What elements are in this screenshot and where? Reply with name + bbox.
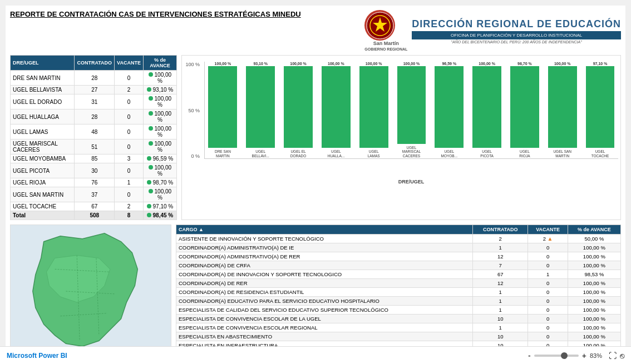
cargo-table-row: ASISTENTE DE INNOVACIÓN Y SOPORTE TECNOL… xyxy=(176,235,621,243)
th-cargo-avance: % de AVANCE xyxy=(568,225,620,235)
san-martin-label: San Martín GOBIERNO REGIONAL xyxy=(364,41,407,52)
cargo-table-container: CARGO ▲ CONTRATADO VACANTE % de AVANCE A… xyxy=(176,225,621,364)
th-contratado: CONTRATADO xyxy=(75,56,115,71)
dre-vacante: 2 xyxy=(115,86,144,94)
bar-bottom-label: UGEL TOCACHE xyxy=(591,149,609,158)
cargo-table-row: ESPECIALISTA DE CONVIVENCIA ESCOLAR REGI… xyxy=(176,323,621,332)
bar-top-label: 100,00 % xyxy=(479,62,495,66)
dre-contratado: 85 xyxy=(75,154,115,163)
bar-fill xyxy=(548,66,577,148)
dre-avance: 98,70 % xyxy=(143,178,176,187)
bar-group: 100,00 % UGEL HUALLA... xyxy=(318,62,354,158)
san-martin-text: San Martín xyxy=(373,41,399,46)
dre-vacante: 0 xyxy=(115,109,144,124)
cargo-avance: 100,00 % xyxy=(568,279,620,288)
bar-top-label: 100,00 % xyxy=(554,62,571,66)
cargo-name: COORDINADOR(A) DE RESIDENCIA ESTUDIANTIL xyxy=(176,288,473,297)
dre-avance: 97,10 % xyxy=(143,202,176,211)
cargo-name: COORDINADOR(A) ADMINISTRATIVO(A) DE RER xyxy=(176,252,473,261)
dre-contratado: 67 xyxy=(75,202,115,211)
bars-area: 100,00 % DRE SAN MARTIN 93,10 % UGEL BEL… xyxy=(204,62,618,159)
bar-top-label: 96,59 % xyxy=(442,62,456,66)
zoom-plus[interactable]: + xyxy=(582,351,586,360)
map-svg xyxy=(11,225,171,363)
dre-table-row: UGEL SAN MARTIN 37 0 100,00 % xyxy=(11,187,177,202)
cargo-vacante: 0 xyxy=(528,332,568,341)
dre-avance: 100,00 % xyxy=(143,109,176,124)
bar-chart: 100 % 50 % 0 % 100,00 % DRE SAN MARTIN 9… xyxy=(184,59,618,187)
zoom-control: - + 83% ⛶ ⎋ xyxy=(528,351,624,360)
cargo-name: ASISTENTE DE INNOVACIÓN Y SOPORTE TECNOL… xyxy=(176,235,473,243)
cargo-table-row: ESPECIALISTA DE CALIDAD DEL SERVICIO EDU… xyxy=(176,306,621,315)
fullscreen-icon[interactable]: ⛶ xyxy=(609,351,617,360)
header-section: REPORTE DE CONTRATACIÓN CAS DE INTERVENC… xyxy=(10,10,621,52)
bar-bottom-label: UGEL MARISCAL CACERES xyxy=(402,146,421,158)
dre-table-row: UGEL MOYOBAMBA 85 3 96,59 % xyxy=(11,154,177,163)
cargo-contratado: 7 xyxy=(473,261,528,270)
cargo-name: COORDINADOR(A) ADMINISTRATIVO(A) DE IE xyxy=(176,243,473,252)
bar-fill xyxy=(510,66,539,148)
th-vacante: VACANTE xyxy=(115,56,144,71)
bar-bottom-label: UGEL LAMAS xyxy=(368,149,380,158)
main-container: REPORTE DE CONTRATACIÓN CAS DE INTERVENC… xyxy=(6,6,625,350)
dre-table-row: UGEL PICOTA 30 0 100,00 % xyxy=(11,163,177,178)
th-dre-ugel: DRE/UGEL xyxy=(11,56,75,71)
cargo-vacante: 0 xyxy=(528,297,568,306)
dre-contratado: 27 xyxy=(75,86,115,94)
cargo-table-row: ESPECIALISTA DE CONVIVENCIA ESCOLAR DE L… xyxy=(176,315,621,323)
bar-bottom-label: UGEL HUALLA... xyxy=(327,149,344,158)
bar-top-label: 100,00 % xyxy=(328,62,344,66)
dre-table-row: UGEL BELLAVISTA 27 2 93,10 % xyxy=(11,86,177,94)
bar-group: 100,00 % UGEL EL DORADO xyxy=(280,62,317,158)
dre-avance: 93,10 % xyxy=(143,86,176,94)
cargo-name: COORDINADOR(A) DE RER xyxy=(176,279,473,288)
dre-table-row: DRE SAN MARTIN 28 0 100,00 % xyxy=(11,71,177,86)
cargo-contratado: 1 xyxy=(473,288,528,297)
logo-circle xyxy=(364,10,395,41)
dre-avance: 100,00 % xyxy=(143,139,176,154)
cargo-avance: 100,00 % xyxy=(568,306,620,315)
share-icon[interactable]: ⎋ xyxy=(620,351,624,360)
bar-group: 100,00 % UGEL SAN MARTIN xyxy=(544,62,580,158)
dre-vacante: 2 xyxy=(115,202,144,211)
bar-bottom-label: UGEL RIOJA xyxy=(519,149,530,158)
cargo-contratado: 12 xyxy=(473,279,528,288)
zoom-thumb xyxy=(561,352,568,359)
power-bi-link[interactable]: Microsoft Power BI xyxy=(7,352,67,360)
cargo-vacante: 0 xyxy=(528,252,568,261)
dre-name: UGEL RIOJA xyxy=(11,178,75,187)
zoom-slider[interactable] xyxy=(534,355,579,357)
cargo-name: ESPECIALISTA DE CONVIVENCIA ESCOLAR DE L… xyxy=(176,315,473,323)
map-inner xyxy=(11,225,171,363)
cargo-avance: 50,00 % xyxy=(568,235,620,243)
bar-fill xyxy=(397,66,426,144)
bar-fill xyxy=(322,66,351,148)
cargo-avance: 100,00 % xyxy=(568,297,620,306)
dre-name: UGEL HUALLAGA xyxy=(11,109,75,124)
bar-top-label: 98,70 % xyxy=(517,62,532,66)
cargo-table-row: COORDINADOR(A) ADMINISTRATIVO(A) DE IE 1… xyxy=(176,243,621,252)
th-cargo: CARGO ▲ xyxy=(176,225,473,235)
dre-name: UGEL LAMAS xyxy=(11,124,75,139)
cargo-avance: 100,00 % xyxy=(568,332,620,341)
zoom-minus[interactable]: - xyxy=(528,351,531,360)
cargo-table-row: COORDINADOR(A) DE RER 12 0 100,00 % xyxy=(176,279,621,288)
bar-fill xyxy=(208,66,237,148)
bar-bottom-label: UGEL PICOTA xyxy=(480,149,494,158)
bar-fill xyxy=(435,66,464,148)
cargo-vacante: 0 xyxy=(528,261,568,270)
dre-table-row: UGEL MARISCAL CACERES 51 0 100,00 % xyxy=(11,139,177,154)
bar-fill xyxy=(359,66,388,148)
dre-table-row: UGEL RIOJA 76 1 98,70 % xyxy=(11,178,177,187)
org-title: DIRECCIÓN REGIONAL DE EDUCACIÓN xyxy=(412,18,621,30)
dre-contratado: 76 xyxy=(75,178,115,187)
th-cargo-vacante: VACANTE xyxy=(528,225,568,235)
dre-vacante: 0 xyxy=(115,71,144,86)
cargo-avance: 100,00 % xyxy=(568,243,620,252)
dre-table-container: DRE/UGEL CONTRATADO VACANTE % de AVANCE … xyxy=(10,55,177,220)
dre-table-row: UGEL TOCACHE 67 2 97,10 % xyxy=(11,202,177,211)
x-axis-label: DRE/UGEL xyxy=(204,179,618,185)
cargo-contratado: 67 xyxy=(473,270,528,279)
dre-table-row: UGEL EL DORADO 31 0 100,00 % xyxy=(11,94,177,109)
dre-name: UGEL MOYOBAMBA xyxy=(11,154,75,163)
